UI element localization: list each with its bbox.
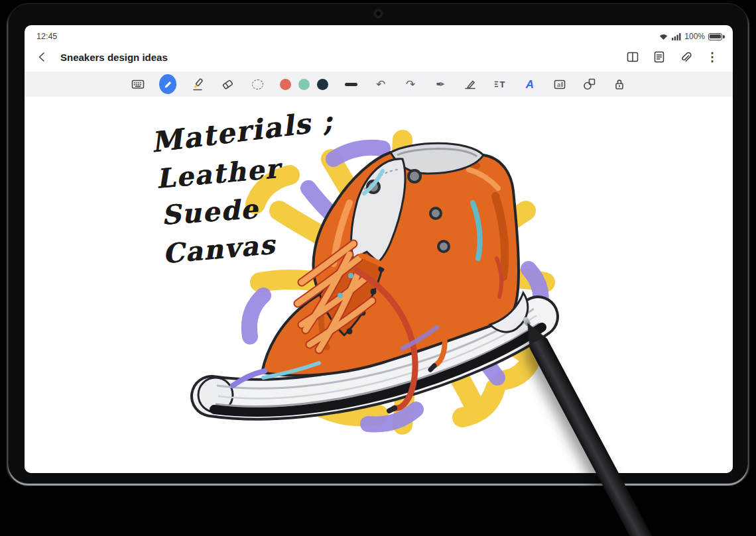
svg-text:a: a [557, 81, 561, 88]
highlighter-tool-button[interactable] [189, 74, 206, 94]
battery-percent: 100% [684, 32, 705, 41]
stroke-width-preview [345, 83, 357, 86]
convert-to-text-icon: T [493, 77, 507, 91]
page-list-button[interactable] [649, 47, 669, 67]
lasso-select-button[interactable] [249, 74, 266, 94]
paperclip-icon [678, 50, 693, 64]
signal-icon [672, 32, 681, 40]
page-lock-button[interactable] [611, 74, 628, 94]
chevron-left-icon [36, 50, 49, 64]
pen-settings-button[interactable]: ✒ [432, 74, 449, 94]
front-camera [375, 10, 382, 17]
sneaker-illustration [184, 97, 582, 468]
pen-writing-icon [463, 77, 477, 91]
lock-icon [612, 77, 627, 91]
text-box-button[interactable]: a [551, 74, 568, 94]
split-view-button[interactable] [623, 47, 643, 67]
tablet-device: 12:45 100% [8, 3, 748, 484]
screenshot-root: 12:45 100% [0, 0, 756, 536]
highlighter-icon [190, 77, 205, 91]
status-icons: 100% [659, 32, 722, 41]
shape-recognition-button[interactable] [581, 74, 598, 94]
pen-nib-icon: ✒ [436, 79, 445, 90]
note-canvas[interactable]: Materials ; Leather Suede Canvas [25, 97, 733, 473]
eraser-tool-button[interactable] [219, 74, 236, 94]
note-title: Sneakers design ideas [60, 52, 168, 63]
keyboard-toggle-button[interactable] [129, 74, 147, 94]
selected-tool-highlight [159, 74, 176, 94]
convert-to-text-button[interactable]: T [491, 74, 509, 94]
more-options-button[interactable]: ⋮ [702, 47, 722, 67]
attachment-button[interactable] [676, 47, 696, 67]
color-swatches [280, 79, 328, 90]
header-actions: ⋮ [623, 47, 722, 67]
clock: 12:45 [36, 32, 57, 41]
pen-tool-button[interactable] [159, 74, 176, 94]
svg-text:T: T [500, 80, 505, 89]
assist-a-icon: A [526, 79, 534, 90]
split-view-icon [625, 50, 640, 64]
undo-icon: ↶ [376, 79, 385, 90]
stroke-width-button[interactable] [342, 74, 359, 94]
eraser-icon [220, 77, 235, 91]
redo-icon: ↷ [406, 79, 415, 90]
pen-icon [162, 79, 173, 89]
color-swatch-teal[interactable] [298, 79, 310, 90]
keyboard-icon [131, 77, 145, 91]
back-button[interactable] [32, 47, 52, 67]
battery-icon [708, 33, 722, 40]
wifi-icon [659, 32, 668, 40]
undo-button[interactable]: ↶ [372, 74, 389, 94]
lasso-icon [252, 80, 263, 89]
text-box-icon: a [552, 77, 567, 91]
redo-button[interactable]: ↷ [402, 74, 419, 94]
app-header: Sneakers design ideas [25, 42, 733, 72]
color-swatch-coral[interactable] [280, 79, 291, 90]
status-bar: 12:45 100% [25, 25, 733, 42]
handwriting-assist-button[interactable]: A [521, 74, 538, 94]
color-swatch-navy[interactable] [317, 79, 328, 90]
shapes-icon [582, 77, 597, 91]
document-icon [652, 50, 666, 64]
kebab-menu-icon: ⋮ [706, 51, 718, 63]
drawing-toolbar: ↶ ↷ ✒ T [25, 72, 733, 97]
tablet-screen: 12:45 100% [25, 25, 733, 473]
auto-straighten-button[interactable] [462, 74, 479, 94]
